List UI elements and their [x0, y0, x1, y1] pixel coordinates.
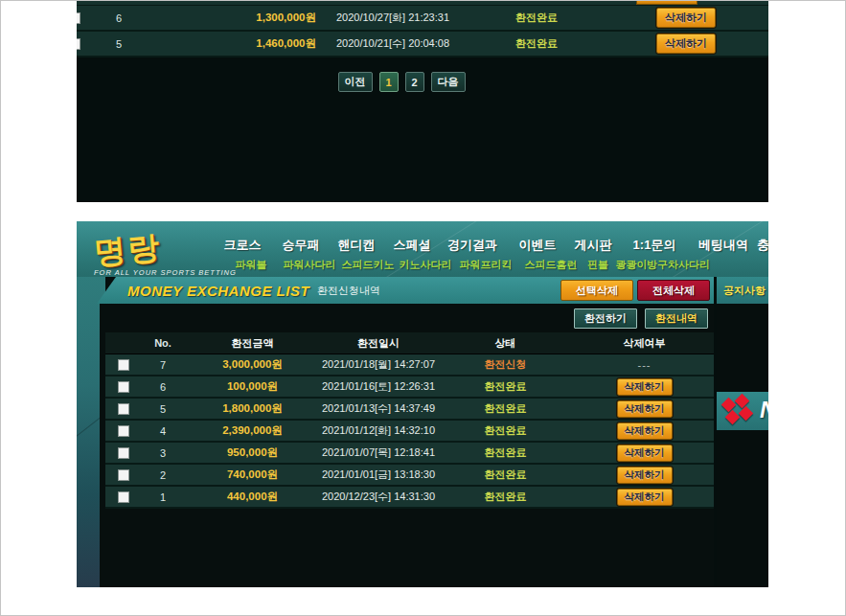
- delete-button[interactable]: 삭제하기: [617, 467, 673, 484]
- delete-all-button[interactable]: 전체삭제: [637, 280, 710, 301]
- select-delete-button[interactable]: 선택삭제: [560, 280, 633, 301]
- pagination-prev-button[interactable]: 이전: [338, 72, 373, 92]
- exchange-amount: 740,000원: [184, 468, 321, 482]
- nav-item-handicap[interactable]: 핸디캡: [338, 237, 376, 254]
- header-status: 상태: [436, 336, 575, 351]
- nav-item-special[interactable]: 스페셜: [394, 237, 431, 254]
- row-checkbox[interactable]: [118, 447, 129, 459]
- row-number: 2: [142, 469, 184, 481]
- exchange-request-button[interactable]: 환전하기: [574, 308, 637, 329]
- exchange-datetime: 2021/01/16[토] 12:26:31: [321, 379, 436, 394]
- table-row: 6 1,300,000원 2020/10/27[화] 21:23:31 환전완료…: [77, 6, 768, 32]
- header-delete: 삭제여부: [575, 336, 714, 351]
- status-label: 환전완료: [436, 401, 575, 416]
- nav-item-board[interactable]: 게시판: [575, 237, 612, 254]
- delete-button[interactable]: 삭제하기: [656, 8, 716, 28]
- nav-sub-power-ladder[interactable]: 파워사다리: [284, 258, 336, 272]
- nav-item-results[interactable]: 경기결과: [447, 237, 497, 254]
- exchange-history-button[interactable]: 환전내역: [645, 308, 708, 329]
- status-label: 환전완료: [436, 468, 575, 482]
- navbar: 명랑 FOR ALL YOUR SPORTS BETTING 크로스 승무패 핸…: [77, 221, 768, 277]
- nav-item-cross[interactable]: 크로스: [224, 237, 262, 254]
- row-number: 5: [84, 38, 153, 50]
- exchange-datetime: 2020/12/23[수] 14:31:30: [321, 490, 436, 504]
- nav-sub-kwangkwang[interactable]: 쾅쾅이: [616, 258, 648, 272]
- row-checkbox[interactable]: [77, 12, 80, 24]
- row-checkbox[interactable]: [118, 359, 129, 371]
- row-number: 5: [142, 403, 184, 415]
- row-number: 1: [142, 491, 184, 503]
- status-label: 환전완료: [469, 11, 604, 25]
- panel-letter-partial: N: [760, 397, 768, 423]
- row-checkbox[interactable]: [118, 425, 129, 437]
- status-label: 환전완료: [436, 445, 575, 460]
- nav-item-charge-partial[interactable]: 충: [757, 237, 768, 254]
- exchange-datetime: 2020/10/27[화] 21:23:31: [316, 11, 469, 25]
- screenshot-fragment-bottom: 명랑 FOR ALL YOUR SPORTS BETTING 크로스 승무패 핸…: [77, 221, 768, 587]
- nav-sub-speed-homerun[interactable]: 스피드홈런: [525, 258, 578, 272]
- red-diamond-icon: [725, 410, 741, 425]
- pagination-page-1[interactable]: 1: [379, 72, 399, 92]
- row-checkbox[interactable]: [118, 491, 129, 503]
- delete-button[interactable]: 삭제하기: [617, 378, 673, 396]
- table-header-row: No. 환전금액 환전일시 상태 삭제여부: [105, 332, 714, 354]
- row-number: 4: [142, 425, 184, 437]
- delete-button[interactable]: 삭제하기: [617, 489, 673, 506]
- exchange-amount: 950,000원: [184, 445, 321, 460]
- exchange-amount: 2,390,000원: [184, 423, 321, 438]
- delete-button-partial[interactable]: [636, 1, 697, 5]
- page-titlebar: MONEY EXCHANGE LIST 환전신청내역 선택삭제 전체삭제: [97, 277, 714, 304]
- checkbox-cell: [77, 6, 84, 30]
- table-row-partial: [77, 1, 768, 6]
- checkbox-cell: [77, 32, 84, 56]
- exchange-amount: 100,000원: [184, 379, 321, 394]
- nav-sub-speed-keno[interactable]: 스피드키노: [342, 258, 395, 272]
- pagination-page-2[interactable]: 2: [405, 72, 424, 92]
- main-content: 환전하기 환전내역 No. 환전금액 환전일시 상태 삭제여부 7 3,000,…: [100, 304, 714, 587]
- table-row: 4 2,390,000원 2021/01/12[화] 14:32:10 환전완료…: [105, 421, 714, 443]
- row-checkbox[interactable]: [118, 469, 129, 481]
- right-sidebar: 공지사항 N: [717, 277, 768, 587]
- row-number: 6: [142, 381, 184, 393]
- delete-button[interactable]: 삭제하기: [617, 445, 673, 462]
- nav-sub-keno-ladder[interactable]: 키노사다리: [400, 258, 452, 272]
- pagination: 이전 1 2 다음: [77, 72, 726, 92]
- status-label: 환전완료: [436, 490, 575, 504]
- notice-panel-header[interactable]: 공지사항: [717, 277, 768, 304]
- table-row: 5 1,800,000원 2021/01/13[수] 14:37:49 환전완료…: [105, 399, 714, 421]
- row-checkbox[interactable]: [77, 38, 80, 50]
- row-checkbox[interactable]: [118, 381, 129, 393]
- row-number: 7: [142, 359, 184, 371]
- nav-sub-powerball[interactable]: 파워볼: [236, 258, 267, 272]
- exchange-datetime: 2021/01/12[화] 14:32:10: [321, 423, 436, 438]
- nav-item-betting-history[interactable]: 베팅내역: [698, 237, 748, 254]
- row-number: 6: [84, 12, 153, 24]
- nav-sub-power-freekick[interactable]: 파워프리킥: [460, 258, 513, 272]
- header-datetime: 환전일시: [321, 336, 436, 351]
- red-diamond-icon: [721, 398, 737, 413]
- exchange-amount: 1,300,000원: [153, 11, 316, 25]
- nav-item-win-draw-lose[interactable]: 승무패: [283, 237, 320, 254]
- nav-sub-bangguchacar-ladder[interactable]: 방구차사다리: [647, 258, 710, 272]
- exchange-datetime: 2021/01/07[목] 12:18:41: [321, 445, 436, 460]
- delete-button[interactable]: 삭제하기: [617, 400, 673, 418]
- second-panel-header[interactable]: N: [717, 392, 768, 430]
- titlebar-buttons: 선택삭제 전체삭제: [560, 280, 710, 301]
- page-title: MONEY EXCHANGE LIST: [127, 283, 309, 299]
- pagination-next-button[interactable]: 다음: [431, 72, 466, 92]
- exchange-amount: 1,460,000원: [153, 36, 316, 51]
- nav-sub-pinball[interactable]: 핀볼: [587, 258, 608, 272]
- exchange-amount: 1,800,000원: [184, 401, 321, 416]
- no-action-placeholder: ---: [638, 359, 652, 371]
- exchange-amount: 440,000원: [184, 490, 321, 504]
- nav-item-inquiry[interactable]: 1:1문의: [633, 237, 676, 254]
- delete-button[interactable]: 삭제하기: [656, 34, 716, 54]
- row-checkbox[interactable]: [118, 403, 129, 415]
- red-diamond-icon: [735, 394, 750, 409]
- status-label: 환전완료: [436, 379, 575, 394]
- delete-button[interactable]: 삭제하기: [617, 422, 673, 440]
- nav-item-event[interactable]: 이벤트: [519, 237, 557, 254]
- exchange-toolbar: 환전하기 환전내역: [574, 308, 708, 329]
- exchange-datetime: 2021/01/13[수] 14:37:49: [321, 401, 436, 416]
- screenshot-canvas: 6 1,300,000원 2020/10/27[화] 21:23:31 환전완료…: [0, 0, 846, 616]
